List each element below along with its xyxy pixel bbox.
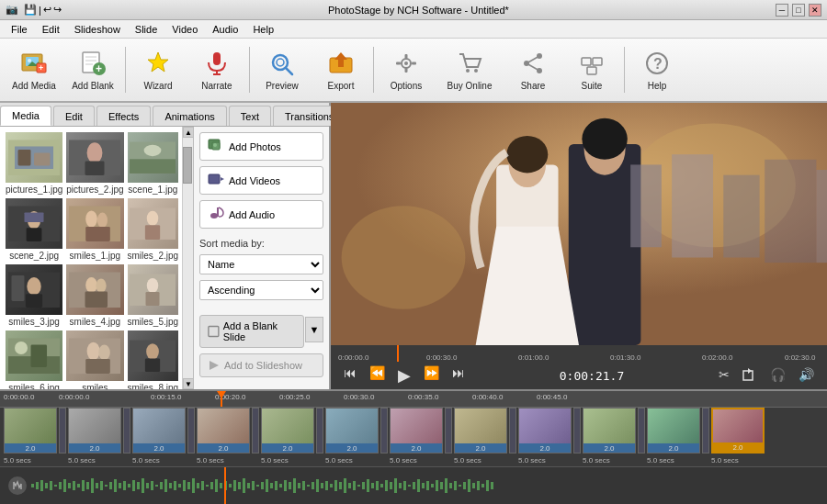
clip-0[interactable]: 2.0 bbox=[4, 408, 57, 454]
svg-rect-160 bbox=[266, 479, 268, 492]
clip-11[interactable]: 2.0 bbox=[711, 408, 765, 454]
menu-slide[interactable]: Slide bbox=[128, 22, 164, 37]
tab-animations[interactable]: Animations bbox=[153, 106, 226, 126]
media-scrollbar[interactable]: ▲ ▼ bbox=[182, 127, 193, 389]
step-back-btn[interactable]: ⏪ bbox=[366, 364, 389, 387]
tl-mark-6: 0:00:35.0 bbox=[408, 393, 438, 401]
options-label: Options bbox=[391, 81, 422, 92]
crop-icon[interactable] bbox=[739, 365, 761, 386]
svg-rect-161 bbox=[270, 483, 273, 488]
share-button[interactable]: Share bbox=[504, 41, 561, 98]
media-thumb-9[interactable]: smiles_6.jpg bbox=[6, 330, 62, 389]
menu-help[interactable]: Help bbox=[245, 22, 281, 37]
add-audio-label: Add Audio bbox=[229, 209, 275, 220]
svg-rect-173 bbox=[325, 481, 328, 490]
sort-by-select[interactable]: Name Date Size bbox=[199, 254, 323, 274]
svg-rect-179 bbox=[353, 481, 356, 490]
preview-button[interactable]: Preview bbox=[254, 41, 311, 98]
help-button[interactable]: ? Help bbox=[629, 41, 685, 98]
svg-rect-136 bbox=[155, 485, 158, 487]
menu-slideshow[interactable]: Slideshow bbox=[67, 22, 128, 37]
toolbar-sep-3 bbox=[373, 47, 374, 93]
add-blank-button[interactable]: + Add Blank bbox=[64, 41, 121, 98]
clip-1-bar: 2.0 bbox=[69, 443, 120, 453]
play-btn[interactable]: ▶ bbox=[394, 364, 414, 387]
add-videos-button[interactable]: Add Videos bbox=[199, 166, 323, 195]
clip-10[interactable]: 2.0 bbox=[647, 408, 700, 454]
ruler-5: 0:02:30.0 bbox=[785, 353, 815, 362]
svg-point-108 bbox=[8, 476, 27, 495]
tl-mark-4: 0:00:25.0 bbox=[279, 393, 310, 401]
media-thumb-5[interactable]: smiles_2.jpg bbox=[128, 198, 179, 261]
buy-online-button[interactable]: Buy Online bbox=[436, 41, 503, 98]
add-to-slideshow-button[interactable]: Add to Slideshow bbox=[199, 353, 323, 377]
window-controls[interactable]: ─ □ ✕ bbox=[776, 4, 821, 17]
clip-1[interactable]: 2.0 bbox=[68, 408, 121, 454]
clip-6[interactable]: 2.0 bbox=[390, 408, 443, 454]
svg-rect-141 bbox=[178, 484, 181, 487]
svg-point-73 bbox=[15, 342, 28, 354]
export-button[interactable]: Export bbox=[312, 41, 369, 98]
wizard-button[interactable]: Wizard bbox=[130, 41, 187, 98]
close-btn[interactable]: ✕ bbox=[809, 4, 821, 17]
media-thumb-0[interactable]: pictures_1.jpg bbox=[6, 132, 62, 195]
minimize-btn[interactable]: ─ bbox=[776, 4, 788, 17]
media-thumb-10[interactable]: smiles bbox=[66, 330, 123, 389]
scroll-thumb[interactable] bbox=[183, 147, 192, 184]
ruler-4: 0:02:00.0 bbox=[702, 353, 732, 362]
rewind-start-btn[interactable]: ⏮ bbox=[340, 364, 360, 387]
menu-audio[interactable]: Audio bbox=[205, 22, 245, 37]
clip-7[interactable]: 2.0 bbox=[454, 408, 507, 454]
media-content: pictures_1.jpg pictures_2.jpg scene_1.jp… bbox=[0, 127, 329, 389]
sort-order-select[interactable]: Ascending Descending bbox=[199, 280, 323, 300]
media-thumb-11[interactable]: smiles_8.jpg bbox=[128, 330, 179, 389]
cut-icon[interactable]: ✂ bbox=[715, 365, 733, 386]
menu-video[interactable]: Video bbox=[164, 22, 205, 37]
tab-media[interactable]: Media bbox=[0, 106, 51, 126]
tab-effects[interactable]: Effects bbox=[96, 106, 151, 126]
tl-mark-0: 0:00:00.0 bbox=[4, 393, 34, 401]
svg-point-65 bbox=[86, 277, 98, 293]
svg-rect-143 bbox=[187, 482, 190, 489]
blank-slide-dropdown[interactable]: ▼ bbox=[305, 317, 323, 342]
step-forward-btn[interactable]: ⏩ bbox=[420, 364, 443, 387]
clip-2[interactable]: 2.0 bbox=[132, 408, 186, 454]
svg-rect-26 bbox=[412, 62, 416, 64]
clip-3[interactable]: 2.0 bbox=[197, 408, 250, 454]
add-blank-slide-button[interactable]: Add a Blank Slide bbox=[199, 315, 304, 348]
svg-point-44 bbox=[87, 142, 103, 162]
add-photos-icon bbox=[208, 138, 224, 155]
svg-point-87 bbox=[210, 213, 218, 218]
add-audio-button[interactable]: Add Audio bbox=[199, 200, 323, 229]
narrate-button[interactable]: Narrate bbox=[188, 41, 245, 98]
scroll-track[interactable] bbox=[183, 138, 193, 378]
svg-rect-164 bbox=[284, 480, 287, 491]
add-photos-button[interactable]: Add Photos bbox=[199, 132, 323, 161]
forward-end-btn[interactable]: ⏭ bbox=[448, 364, 469, 387]
media-thumb-8[interactable]: smiles_5.jpg bbox=[128, 264, 179, 327]
add-media-button[interactable]: + Add Media bbox=[6, 41, 62, 98]
media-thumb-1[interactable]: pictures_2.jpg bbox=[66, 132, 123, 195]
menu-file[interactable]: File bbox=[4, 22, 35, 37]
suite-button[interactable]: Suite bbox=[563, 41, 620, 98]
svg-rect-56 bbox=[86, 227, 111, 241]
svg-rect-101 bbox=[630, 164, 662, 247]
clip-9[interactable]: 2.0 bbox=[583, 408, 636, 454]
audio-icon[interactable]: 🎧 bbox=[766, 365, 789, 386]
menu-edit[interactable]: Edit bbox=[35, 22, 67, 37]
media-thumb-2[interactable]: scene_1.jpg bbox=[128, 132, 179, 195]
svg-rect-102 bbox=[672, 154, 713, 257]
clip-5[interactable]: 2.0 bbox=[325, 408, 379, 454]
svg-rect-59 bbox=[145, 225, 160, 240]
media-thumb-7[interactable]: smiles_4.jpg bbox=[66, 264, 123, 327]
media-thumb-6[interactable]: smiles_3.jpg bbox=[6, 264, 62, 327]
clip-8[interactable]: 2.0 bbox=[518, 408, 572, 454]
speaker-icon[interactable]: 🔊 bbox=[795, 365, 818, 386]
clip-4[interactable]: 2.0 bbox=[261, 408, 314, 454]
media-thumb-4[interactable]: smiles_1.jpg bbox=[66, 198, 123, 261]
maximize-btn[interactable]: □ bbox=[792, 4, 805, 17]
options-button[interactable]: Options bbox=[378, 41, 435, 98]
media-thumb-3[interactable]: scene_2.jpg bbox=[6, 198, 62, 261]
tab-edit[interactable]: Edit bbox=[53, 106, 95, 126]
tab-text[interactable]: Text bbox=[229, 106, 271, 126]
